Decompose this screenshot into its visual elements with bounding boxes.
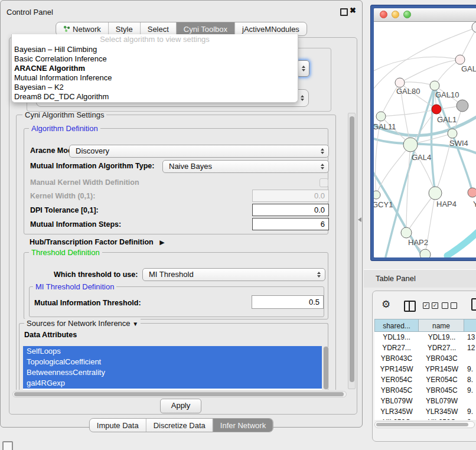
- column-header[interactable]: [464, 319, 476, 332]
- network-edge[interactable]: [460, 27, 476, 60]
- tab-discretize-data[interactable]: Discretize Data: [146, 419, 213, 432]
- table-row[interactable]: YBR045CYBR045C9.: [374, 385, 476, 396]
- network-node-gcy1[interactable]: [374, 191, 380, 199]
- table-panel-header: Table Panel: [364, 269, 476, 288]
- network-edge[interactable]: [400, 82, 435, 86]
- sources-group-title[interactable]: Sources for Network Inference ▼: [24, 319, 141, 328]
- table-header-row: shared...name: [374, 319, 476, 332]
- network-node-y[interactable]: [468, 188, 476, 197]
- hub-definition-expander[interactable]: Hub/Transcription Factor Definition ▶: [30, 236, 165, 247]
- network-edge[interactable]: [435, 60, 460, 86]
- table-row[interactable]: YBR043CYBR043C: [374, 353, 476, 364]
- table-row[interactable]: YER054CYER054C8.: [374, 374, 476, 385]
- network-node-gal4[interactable]: [403, 138, 418, 152]
- deselect-all-icon[interactable]: [442, 302, 457, 309]
- network-edge[interactable]: [447, 229, 476, 256]
- network-node-gal10[interactable]: [430, 81, 439, 90]
- network-edge[interactable]: [381, 109, 436, 116]
- network-node-gal80[interactable]: [395, 78, 405, 87]
- network-node-hap4[interactable]: [429, 187, 442, 200]
- network-canvas[interactable]: GAL7GAL80GAL10GAL1GAL11SWI4GAL4GCY1HAP4Y…: [374, 22, 476, 257]
- dock-panel-icon[interactable]: [2, 441, 13, 450]
- tab-infer-network[interactable]: Infer Network: [213, 419, 273, 432]
- chevron-updown-icon: [301, 95, 304, 101]
- column-selector-icon[interactable]: [404, 301, 416, 312]
- tab-cyni-toolbox[interactable]: Cyni Toolbox: [176, 22, 234, 35]
- attributes-list-scrollbar[interactable]: [323, 346, 329, 390]
- tab-select[interactable]: Select: [140, 22, 176, 35]
- sources-group: Sources for Network Inference ▼ Data Att…: [19, 323, 328, 390]
- node-attribute-table[interactable]: shared...nameYDL19...YDL19...13YDR27...Y…: [374, 319, 476, 420]
- network-window-titlebar[interactable]: [374, 8, 476, 22]
- close-icon[interactable]: ✖: [350, 6, 356, 15]
- network-edge[interactable]: [400, 60, 460, 83]
- settings-horizontal-scrollbar[interactable]: [12, 391, 347, 397]
- network-node[interactable]: [457, 100, 468, 112]
- mi-steps-input[interactable]: 6: [252, 218, 329, 230]
- algorithm-option[interactable]: Basic Correlation Inference: [12, 54, 298, 64]
- settings-gear-icon[interactable]: ⚙: [382, 298, 390, 311]
- manual-kernel-width-checkbox[interactable]: [319, 178, 328, 187]
- which-threshold-value: MI Threshold: [149, 269, 194, 281]
- data-attributes-list[interactable]: SelfLoopsTopologicalCoefficientBetweenne…: [23, 346, 322, 390]
- splitter-handle-icon[interactable]: [358, 217, 361, 222]
- algorithm-option[interactable]: Mutual Information Inference: [12, 73, 298, 83]
- close-light-icon[interactable]: [380, 11, 387, 18]
- tab-jactivemnodules[interactable]: jActiveMNodules: [234, 22, 307, 35]
- node-label: HAP2: [408, 238, 428, 247]
- table-horizontal-scrollbar[interactable]: [374, 421, 475, 428]
- mi-threshold-input[interactable]: 0.5: [252, 295, 324, 309]
- algorithm-dropdown-popup: Select algorithm to view settings Bayesi…: [11, 34, 298, 103]
- network-edge[interactable]: [406, 193, 435, 233]
- table-row[interactable]: YLR345WYLR345W9.: [374, 406, 476, 417]
- network-node-gal7[interactable]: [455, 55, 465, 64]
- attribute-list-item[interactable]: SelfLoops: [23, 346, 322, 357]
- select-all-icon[interactable]: ✓✓: [423, 302, 438, 309]
- document-icon[interactable]: [471, 298, 476, 311]
- attribute-list-item[interactable]: BetweennessCentrality: [23, 367, 322, 378]
- table-row[interactable]: YBL079WYBL079W: [374, 396, 476, 406]
- minimize-light-icon[interactable]: [392, 11, 399, 18]
- network-node-gal11[interactable]: [376, 112, 386, 121]
- table-row[interactable]: YDR27...YDR27...12: [374, 343, 476, 353]
- mi-algorithm-type-combobox[interactable]: Naive Bayes: [162, 160, 329, 173]
- table-cell: YIL052C: [419, 417, 465, 420]
- table-row[interactable]: YIL052CYIL052C9.: [374, 417, 476, 420]
- zoom-light-icon[interactable]: [403, 11, 411, 18]
- aracne-mode-combobox[interactable]: Discovery: [69, 145, 329, 158]
- algorithm-option[interactable]: ARACNE Algorithm: [12, 64, 298, 73]
- table-cell: 13: [465, 332, 476, 343]
- table-cell: YLR345W: [419, 406, 465, 417]
- network-edge[interactable]: [406, 145, 410, 233]
- sources-title-text: Sources for Network Inference: [27, 319, 131, 328]
- table-row[interactable]: YPR145WYPR145W9.: [374, 364, 476, 374]
- attribute-list-item[interactable]: TopologicalCoefficient: [23, 357, 322, 367]
- column-header-name[interactable]: name: [418, 319, 464, 332]
- network-node-hap2[interactable]: [401, 227, 412, 238]
- attribute-list-item[interactable]: gal4RGexp: [23, 378, 322, 389]
- network-node-gal1[interactable]: [432, 105, 441, 114]
- network-node[interactable]: [472, 22, 476, 32]
- apply-button[interactable]: Apply: [160, 399, 201, 413]
- tab-label: Cyni Toolbox: [184, 25, 227, 34]
- float-window-icon[interactable]: [340, 8, 348, 16]
- tab-network[interactable]: Network: [56, 22, 108, 35]
- network-node-swi4[interactable]: [448, 129, 457, 138]
- tab-impute-data[interactable]: Impute Data: [90, 419, 146, 432]
- tab-style[interactable]: Style: [108, 22, 140, 35]
- table-cell: 9.: [465, 364, 476, 374]
- network-node[interactable]: [420, 249, 431, 257]
- expand-right-icon: ▶: [159, 239, 164, 246]
- settings-scroll-viewport: Cyni Algorithm Settings Algorithm Defini…: [11, 112, 347, 390]
- which-threshold-combobox[interactable]: MI Threshold: [142, 268, 325, 281]
- algorithm-combobox-spinner[interactable]: [296, 60, 309, 77]
- algorithm-option[interactable]: Bayesian – K2: [12, 83, 298, 92]
- mi-steps-label: Mutual Information Steps:: [30, 220, 121, 229]
- network-icon: [63, 25, 70, 32]
- algorithm-option[interactable]: Dream8 DC_TDC Algorithm: [12, 92, 298, 102]
- table-row[interactable]: YDL19...YDL19...13: [374, 332, 476, 343]
- dpi-tolerance-input[interactable]: 0.0: [252, 204, 329, 216]
- column-header-shared[interactable]: shared...: [374, 319, 419, 332]
- settings-vertical-scrollbar[interactable]: [348, 113, 356, 389]
- algorithm-option[interactable]: Bayesian – Hill Climbing: [12, 45, 298, 54]
